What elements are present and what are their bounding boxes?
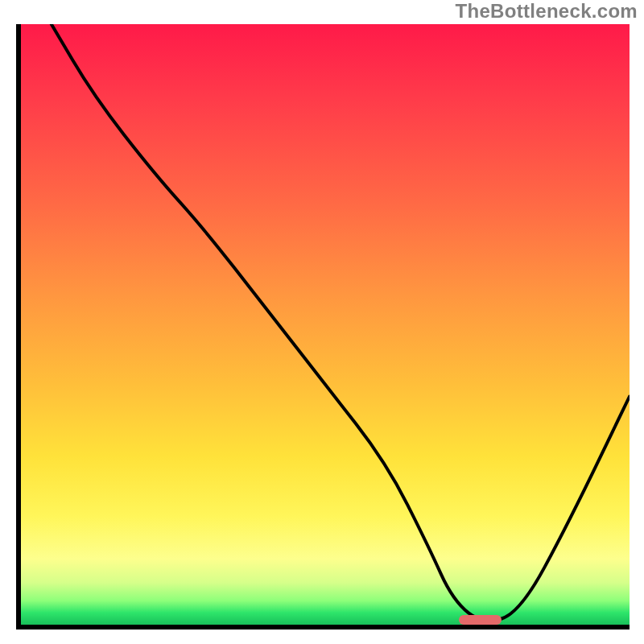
bottleneck-curve [21,24,630,625]
curve-path [52,24,630,621]
optimum-marker [459,615,502,625]
watermark-label: TheBottleneck.com [456,0,638,23]
chart-frame: TheBottleneck.com [0,0,644,644]
plot-area [16,24,630,630]
